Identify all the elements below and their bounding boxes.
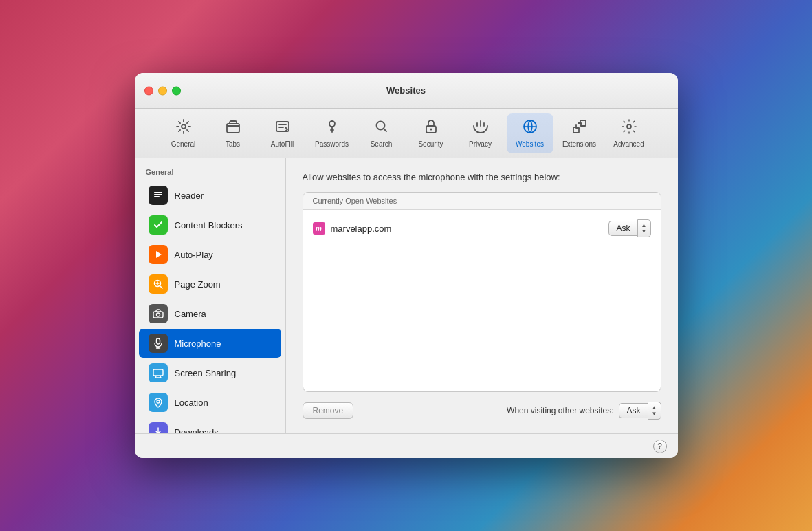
security-icon xyxy=(423,118,439,138)
screen-sharing-icon xyxy=(149,363,168,382)
website-setting-control[interactable]: Ask ▲ ▼ xyxy=(608,219,650,237)
toolbar-item-advanced[interactable]: Advanced xyxy=(606,113,652,153)
svg-rect-20 xyxy=(153,369,163,376)
sidebar: General Reader xyxy=(135,158,286,433)
sidebar-item-location[interactable]: Location xyxy=(139,388,281,417)
auto-play-icon xyxy=(149,245,168,264)
other-ask-button[interactable]: Ask xyxy=(619,403,647,418)
websites-box: Currently Open Websites m marvelapp.com … xyxy=(303,192,661,392)
toolbar-item-privacy[interactable]: Privacy xyxy=(457,113,504,153)
search-icon xyxy=(373,118,390,138)
titlebar: Websites xyxy=(135,73,678,109)
extensions-icon xyxy=(571,118,588,138)
sidebar-item-auto-play[interactable]: Auto-Play xyxy=(139,240,281,269)
svg-point-3 xyxy=(329,121,335,127)
sidebar-item-label-downloads: Downloads xyxy=(175,427,219,434)
sidebar-item-downloads[interactable]: Downloads xyxy=(139,418,281,433)
sidebar-item-label-auto-play: Auto-Play xyxy=(175,250,213,260)
toolbar-label-search: Search xyxy=(371,140,393,149)
footer: ? xyxy=(135,433,678,458)
websites-icon xyxy=(522,118,538,138)
toolbar-label-tabs: Tabs xyxy=(226,140,240,149)
toolbar-item-tabs[interactable]: Tabs xyxy=(210,113,256,153)
passwords-icon xyxy=(324,118,340,138)
sidebar-item-label-location: Location xyxy=(175,398,208,408)
svg-rect-13 xyxy=(154,196,160,197)
svg-rect-11 xyxy=(154,192,162,193)
toolbar-item-passwords[interactable]: Passwords xyxy=(309,113,355,153)
currently-open-websites-label: Currently Open Websites xyxy=(303,193,661,210)
toolbar-label-passwords: Passwords xyxy=(315,140,349,149)
svg-point-6 xyxy=(430,128,432,130)
bottom-bar: Remove When visiting other websites: Ask… xyxy=(303,402,661,420)
toolbar-label-websites: Websites xyxy=(516,140,544,149)
panel-description: Allow websites to access the microphone … xyxy=(303,172,661,182)
sidebar-item-label-content-blockers: Content Blockers xyxy=(175,220,243,230)
sidebar-item-label-camera: Camera xyxy=(175,309,206,319)
website-name-marvelapp: marvelapp.com xyxy=(331,224,392,234)
microphone-icon xyxy=(149,334,168,353)
window-title: Websites xyxy=(386,85,426,96)
toolbar-item-general[interactable]: General xyxy=(160,113,207,153)
privacy-icon xyxy=(472,118,489,138)
svg-rect-17 xyxy=(156,338,160,344)
website-row: m marvelapp.com Ask ▲ ▼ xyxy=(303,215,661,241)
sidebar-item-label-screen-sharing: Screen Sharing xyxy=(175,368,237,378)
svg-rect-12 xyxy=(154,194,162,195)
marvelapp-favicon: m xyxy=(313,222,325,235)
website-info: m marvelapp.com xyxy=(313,222,392,235)
websites-list: m marvelapp.com Ask ▲ ▼ xyxy=(303,210,661,391)
sidebar-item-label-microphone: Microphone xyxy=(175,338,221,349)
close-button[interactable] xyxy=(144,86,153,95)
sidebar-section-label: General xyxy=(135,165,285,180)
safari-preferences-window: Websites General Tabs xyxy=(135,73,678,458)
svg-point-21 xyxy=(157,400,160,403)
other-websites-label: When visiting other websites: xyxy=(507,406,613,415)
sidebar-item-label-page-zoom: Page Zoom xyxy=(175,279,221,290)
right-panel: Allow websites to access the microphone … xyxy=(286,158,678,433)
toolbar-label-advanced: Advanced xyxy=(613,140,644,149)
website-ask-button[interactable]: Ask xyxy=(608,221,637,236)
toolbar-item-autofill[interactable]: AutoFill xyxy=(259,113,306,153)
sidebar-item-reader[interactable]: Reader xyxy=(139,181,281,210)
toolbar: General Tabs AutoFill xyxy=(135,109,678,158)
maximize-button[interactable] xyxy=(172,86,181,95)
website-setting-stepper[interactable]: ▲ ▼ xyxy=(637,219,651,237)
tabs-icon xyxy=(225,118,241,138)
minimize-button[interactable] xyxy=(158,86,167,95)
content-blockers-icon xyxy=(149,215,168,235)
toolbar-label-autofill: AutoFill xyxy=(271,140,294,149)
autofill-icon xyxy=(274,118,291,138)
svg-point-10 xyxy=(627,124,631,129)
toolbar-item-security[interactable]: Security xyxy=(408,113,454,153)
toolbar-label-general: General xyxy=(171,140,196,149)
traffic-lights xyxy=(144,86,181,95)
other-setting-stepper[interactable]: ▲ ▼ xyxy=(648,402,661,420)
toolbar-label-security: Security xyxy=(418,140,443,149)
main-content: General Reader xyxy=(135,158,678,433)
sidebar-item-camera[interactable]: Camera xyxy=(139,299,281,328)
svg-point-16 xyxy=(156,313,160,316)
toolbar-label-privacy: Privacy xyxy=(469,140,492,149)
toolbar-item-websites[interactable]: Websites xyxy=(507,113,553,153)
sidebar-item-label-reader: Reader xyxy=(175,191,204,201)
svg-rect-1 xyxy=(227,124,239,133)
location-icon xyxy=(149,393,168,412)
toolbar-item-search[interactable]: Search xyxy=(358,113,405,153)
camera-icon xyxy=(149,304,168,323)
general-icon xyxy=(175,118,192,138)
remove-button[interactable]: Remove xyxy=(303,402,354,419)
svg-point-0 xyxy=(182,124,186,129)
advanced-icon xyxy=(621,118,637,138)
other-websites-wrap: When visiting other websites: Ask ▲ ▼ xyxy=(507,402,661,420)
toolbar-label-extensions: Extensions xyxy=(562,140,596,149)
toolbar-item-extensions[interactable]: Extensions xyxy=(556,113,603,153)
sidebar-item-content-blockers[interactable]: Content Blockers xyxy=(139,210,281,239)
other-websites-control[interactable]: Ask ▲ ▼ xyxy=(619,402,661,420)
help-button[interactable]: ? xyxy=(653,440,667,453)
sidebar-item-screen-sharing[interactable]: Screen Sharing xyxy=(139,358,281,387)
downloads-icon xyxy=(149,422,168,433)
page-zoom-icon xyxy=(149,274,168,294)
sidebar-item-page-zoom[interactable]: Page Zoom xyxy=(139,270,281,299)
sidebar-item-microphone[interactable]: Microphone xyxy=(139,329,281,358)
